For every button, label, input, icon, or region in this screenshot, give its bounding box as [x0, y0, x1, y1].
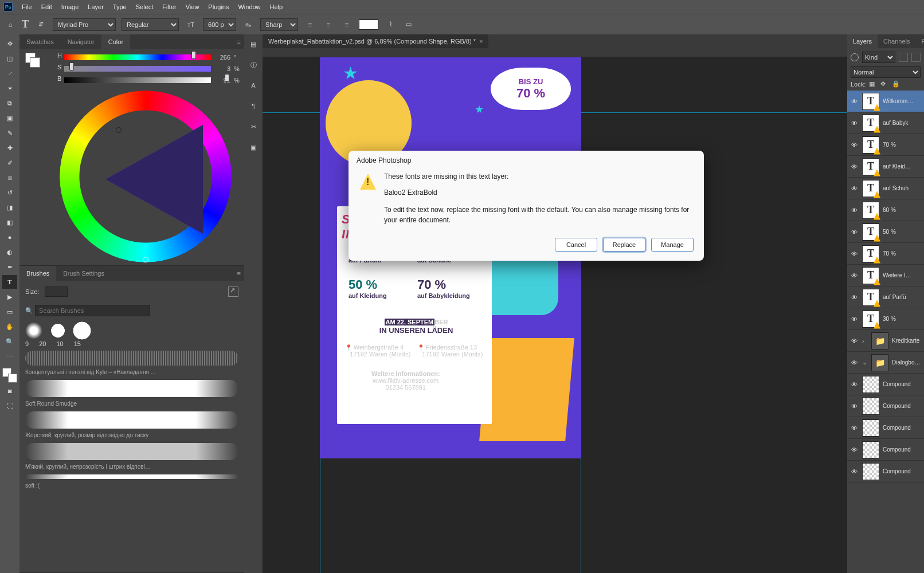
font-family-select[interactable]: Myriad Pro [53, 18, 116, 31]
brush-preview[interactable] [25, 411, 238, 429]
eraser-tool-icon[interactable]: ◨ [2, 201, 17, 214]
visibility-icon[interactable]: 👁 [849, 403, 859, 410]
layer-name[interactable]: auf Schuh [883, 185, 922, 191]
menu-file[interactable]: File [22, 3, 32, 10]
layer-row[interactable]: 👁60 % [847, 199, 924, 221]
brush-preview[interactable] [25, 351, 238, 366]
dodge-tool-icon[interactable]: ◐ [2, 245, 17, 259]
tab-swatches[interactable]: Swatches [19, 34, 61, 49]
warp-text-icon[interactable]: ⌇ [384, 18, 397, 31]
cancel-button[interactable]: Cancel [555, 238, 597, 252]
brush-name[interactable]: Soft Round Smudge [25, 401, 238, 407]
layer-filter-kind[interactable]: Kind [862, 52, 895, 63]
canvas[interactable]: ★ ★ BIS ZU 70 % STARTEN IN DEN HERBST 30… [263, 57, 847, 573]
chevron-icon[interactable]: ⌄ [862, 359, 868, 366]
visibility-icon[interactable]: 👁 [849, 381, 859, 388]
layer-name[interactable]: Willkomm… [883, 98, 922, 104]
layer-name[interactable]: Weitere I… [883, 272, 922, 278]
layer-name[interactable]: 50 % [883, 229, 922, 235]
menu-select[interactable]: Select [136, 3, 154, 10]
libraries-icon[interactable]: ▤ [247, 38, 260, 50]
menu-plugins[interactable]: Plugins [208, 3, 229, 10]
brush-preview[interactable] [25, 474, 238, 479]
layer-name[interactable]: Compound [883, 468, 922, 474]
blur-tool-icon[interactable]: ● [2, 230, 17, 244]
visibility-icon[interactable]: 👁 [849, 337, 859, 344]
layer-row[interactable]: 👁Compound [847, 461, 924, 482]
brush-preview[interactable] [25, 380, 238, 397]
brush-folder-icon[interactable] [228, 286, 238, 297]
healing-tool-icon[interactable]: ✚ [2, 141, 17, 155]
layer-name[interactable]: Compound [883, 403, 922, 409]
close-tab-icon[interactable]: × [479, 38, 483, 45]
paragraph-icon[interactable]: ¶ [247, 100, 260, 112]
menu-window[interactable]: Window [238, 3, 260, 10]
manage-button[interactable]: Manage [651, 238, 694, 252]
info-icon[interactable]: ⓘ [247, 58, 260, 71]
layer-name[interactable]: 70 % [883, 250, 922, 257]
artboard-icon[interactable]: ▣ [247, 141, 260, 154]
hue-value[interactable]: 266 [214, 54, 230, 61]
layer-row[interactable]: 👁auf Kleid… [847, 156, 924, 178]
pen-tool-icon[interactable]: ✒ [2, 260, 17, 274]
visibility-icon[interactable]: 👁 [849, 250, 859, 257]
brush-size-input[interactable] [45, 286, 68, 297]
brush-name[interactable]: М'який, круглий, непрозорість і штрих ві… [25, 464, 238, 470]
frame-tool-icon[interactable]: ▣ [2, 111, 17, 125]
text-color-swatch[interactable] [359, 19, 378, 30]
layer-row[interactable]: 👁Compound [847, 417, 924, 439]
visibility-icon[interactable]: 👁 [849, 163, 859, 170]
font-weight-select[interactable]: Regular [122, 18, 179, 31]
brush-name[interactable]: Жорсткий, круглий, розмір відповідно до … [25, 432, 238, 438]
layer-row[interactable]: 👁50 % [847, 221, 924, 243]
menu-edit[interactable]: Edit [41, 3, 52, 10]
menu-view[interactable]: View [186, 3, 199, 10]
tab-channels[interactable]: Channels [878, 34, 915, 48]
bri-slider[interactable]: B 91 % [64, 76, 241, 85]
layer-row[interactable]: 👁›Kreditkarte [847, 330, 924, 352]
layer-name[interactable]: auf Babyk [883, 120, 922, 126]
visibility-icon[interactable]: 👁 [849, 468, 859, 475]
lock-position-icon[interactable]: ✥ [880, 80, 888, 88]
layer-name[interactable]: Compound [883, 381, 922, 387]
more-tools-icon[interactable]: ⋯ [2, 350, 17, 363]
character-icon[interactable]: A [247, 79, 260, 92]
color-fg-bg[interactable] [25, 53, 40, 68]
layer-name[interactable]: 60 % [883, 207, 922, 213]
align-center-icon[interactable]: ≡ [322, 18, 335, 31]
layer-row[interactable]: 👁Compound [847, 374, 924, 395]
layer-row[interactable]: 👁70 % [847, 134, 924, 156]
visibility-icon[interactable]: 👁 [849, 316, 859, 323]
layer-name[interactable]: Dialogboxen [892, 359, 922, 366]
tab-navigator[interactable]: Navigator [61, 34, 101, 49]
marquee-tool-icon[interactable]: ◫ [2, 52, 17, 65]
visibility-icon[interactable]: 👁 [849, 425, 859, 431]
layer-row[interactable]: 👁70 % [847, 243, 924, 265]
adjust-icon[interactable]: ✂ [247, 120, 260, 133]
align-right-icon[interactable]: ≡ [340, 18, 353, 31]
crop-tool-icon[interactable]: ⧉ [2, 96, 17, 110]
panel-menu-icon[interactable]: ≡ [237, 38, 241, 45]
layer-row[interactable]: 👁Compound [847, 395, 924, 417]
layer-row[interactable]: 👁30 % [847, 308, 924, 330]
eyedropper-tool-icon[interactable]: ✎ [2, 126, 17, 140]
stamp-tool-icon[interactable]: ⧈ [2, 171, 17, 185]
tab-layers[interactable]: Layers [847, 34, 878, 48]
layer-row[interactable]: 👁Weitere I… [847, 265, 924, 286]
blend-mode-select[interactable]: Normal [851, 66, 921, 78]
tab-paths[interactable]: Paths [916, 34, 924, 48]
visibility-icon[interactable]: 👁 [849, 120, 859, 127]
quickmask-icon[interactable]: ◙ [2, 384, 17, 398]
layer-name[interactable]: 70 % [883, 142, 922, 148]
character-panel-icon[interactable]: ▭ [402, 18, 415, 31]
menu-help[interactable]: Help [270, 3, 283, 10]
tab-brushes[interactable]: Brushes [19, 266, 56, 281]
document-tab[interactable]: Werbeplakat_Rabattaktion_v2.psd @ 6,89% … [263, 34, 488, 48]
visibility-icon[interactable]: 👁 [849, 185, 859, 192]
layer-search-icon[interactable] [851, 53, 859, 61]
home-icon[interactable]: ⌂ [5, 19, 16, 30]
filter-image-icon[interactable] [899, 53, 908, 62]
fg-bg-swatches[interactable] [2, 368, 17, 383]
filter-adjust-icon[interactable] [911, 53, 921, 62]
layer-row[interactable]: 👁auf Parfü [847, 286, 924, 308]
